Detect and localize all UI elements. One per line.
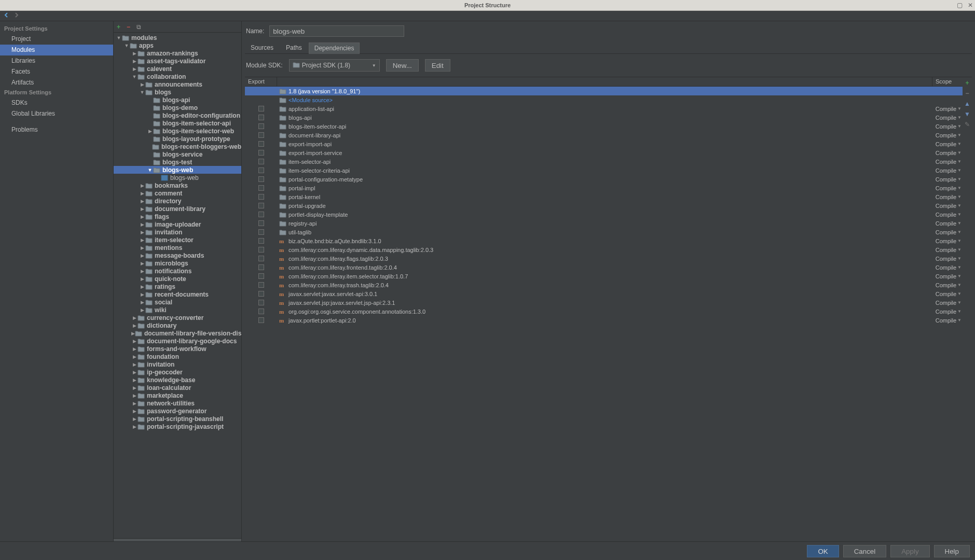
tree-node-blogs[interactable]: ▼blogs (114, 88, 241, 96)
scope-dropdown-icon[interactable]: ▼ (957, 291, 962, 296)
tree-arrow-icon[interactable]: ▶ (131, 339, 138, 344)
dependency-scope[interactable]: Compile (936, 309, 956, 315)
dependency-row[interactable]: util-taglibCompile▼ (245, 228, 963, 236)
module-sdk-select[interactable]: Project SDK (1.8) ▼ (289, 59, 380, 72)
nav-forward-icon[interactable] (13, 12, 20, 20)
dependency-row[interactable]: mjavax.servlet.jsp:javax.servlet.jsp-api… (245, 298, 963, 307)
export-checkbox[interactable] (258, 282, 264, 288)
tree-node-marketplace[interactable]: ▶marketplace (114, 391, 241, 399)
tree-arrow-icon[interactable]: ▶ (131, 51, 138, 56)
dependency-scope[interactable]: Compile (936, 220, 956, 227)
dependency-row[interactable]: mjavax.servlet:javax.servlet-api:3.0.1Co… (245, 289, 963, 298)
scope-dropdown-icon[interactable]: ▼ (957, 309, 962, 314)
tree-node-document-library-google-docs[interactable]: ▶document-library-google-docs (114, 337, 241, 345)
tree-arrow-icon[interactable]: ▶ (131, 323, 138, 328)
sidebar-item-sdks[interactable]: SDKs (0, 97, 113, 108)
export-checkbox[interactable] (258, 220, 264, 226)
dependency-scope[interactable]: Compile (936, 229, 956, 235)
dependency-scope[interactable]: Compile (936, 282, 956, 288)
export-checkbox[interactable] (258, 106, 264, 111)
export-checkbox[interactable] (258, 194, 264, 200)
copy-icon[interactable]: ⧉ (136, 23, 141, 31)
tree-arrow-icon[interactable]: ▼ (147, 167, 153, 173)
dependency-row[interactable]: mcom.liferay:com.liferay.flags.taglib:2.… (245, 254, 963, 263)
tree-node-mentions[interactable]: ▶mentions (114, 244, 241, 251)
tree-arrow-icon[interactable]: ▼ (139, 90, 145, 95)
dependency-scope[interactable]: Compile (936, 132, 956, 138)
scope-dropdown-icon[interactable]: ▼ (957, 230, 962, 234)
scope-dropdown-icon[interactable]: ▼ (957, 283, 962, 287)
tree-node-forms-and-workflow[interactable]: ▶forms-and-workflow (114, 345, 241, 353)
dependency-row[interactable]: portal-upgradeCompile▼ (245, 201, 963, 210)
remove-icon[interactable]: − (127, 23, 130, 31)
dependency-row[interactable]: portal-configuration-metatypeCompile▼ (245, 175, 963, 184)
export-checkbox[interactable] (258, 132, 264, 138)
dependency-row[interactable]: export-import-serviceCompile▼ (245, 148, 963, 157)
tree-node-amazon-rankings[interactable]: ▶amazon-rankings (114, 49, 241, 57)
dependency-row[interactable]: application-list-apiCompile▼ (245, 104, 963, 113)
tree-arrow-icon[interactable]: ▶ (131, 409, 138, 414)
export-checkbox[interactable] (258, 212, 264, 217)
tree-node-image-uploader[interactable]: ▶image-uploader (114, 220, 241, 228)
nav-back-icon[interactable] (3, 12, 9, 20)
dependency-scope[interactable]: Compile (936, 247, 956, 253)
dependency-row[interactable]: portal-kernelCompile▼ (245, 192, 963, 201)
scope-dropdown-icon[interactable]: ▼ (957, 239, 962, 243)
tree-arrow-icon[interactable]: ▶ (131, 377, 138, 383)
tree-node-recent-documents[interactable]: ▶recent-documents (114, 290, 241, 298)
export-checkbox[interactable] (258, 115, 264, 120)
tree-arrow-icon[interactable]: ▶ (131, 401, 138, 406)
tree-arrow-icon[interactable]: ▶ (131, 370, 138, 375)
sidebar-item-problems[interactable]: Problems (0, 124, 113, 135)
tree-arrow-icon[interactable]: ▶ (139, 237, 145, 243)
sidebar-item-project[interactable]: Project (0, 34, 113, 45)
tree-node-knowledge-base[interactable]: ▶knowledge-base (114, 376, 241, 384)
tree-node-social[interactable]: ▶social (114, 298, 241, 306)
scope-dropdown-icon[interactable]: ▼ (957, 221, 962, 226)
tree-node-collaboration[interactable]: ▼collaboration (114, 73, 241, 80)
scope-dropdown-icon[interactable]: ▼ (957, 247, 962, 252)
export-checkbox[interactable] (258, 247, 264, 253)
tree-node-blogs-service[interactable]: blogs-service (114, 150, 241, 158)
tree-node-comment[interactable]: ▶comment (114, 189, 241, 197)
export-checkbox[interactable] (258, 291, 264, 297)
dependency-scope[interactable]: Compile (936, 176, 956, 183)
sidebar-item-modules[interactable]: Modules (0, 45, 113, 55)
scope-dropdown-icon[interactable]: ▼ (957, 203, 962, 208)
tree-node-blogs-editor-configuration[interactable]: blogs-editor-configuration (114, 111, 241, 119)
scope-dropdown-icon[interactable]: ▼ (957, 159, 962, 164)
dependency-scope[interactable]: Compile (936, 300, 956, 306)
tree-node-wiki[interactable]: ▶wiki (114, 306, 241, 314)
tree-node-directory[interactable]: ▶directory (114, 197, 241, 205)
scope-dropdown-icon[interactable]: ▼ (957, 300, 962, 305)
tree-arrow-icon[interactable]: ▶ (139, 253, 145, 258)
dependency-row[interactable]: <Module source> (245, 95, 963, 104)
module-name-input[interactable] (269, 25, 404, 37)
export-checkbox[interactable] (258, 264, 264, 270)
tree-arrow-icon[interactable]: ▼ (123, 43, 130, 48)
tree-arrow-icon[interactable]: ▶ (139, 245, 145, 250)
tree-arrow-icon[interactable]: ▶ (131, 66, 138, 72)
tree-arrow-icon[interactable]: ▶ (139, 300, 145, 305)
tree-node-bookmarks[interactable]: ▶bookmarks (114, 181, 241, 189)
dependency-row[interactable]: item-selector-criteria-apiCompile▼ (245, 166, 963, 175)
tree-arrow-icon[interactable]: ▶ (131, 393, 138, 398)
scope-dropdown-icon[interactable]: ▼ (957, 124, 962, 129)
tree-arrow-icon[interactable]: ▶ (139, 307, 145, 313)
tree-node-blogs-api[interactable]: blogs-api (114, 96, 241, 104)
tree-node-announcements[interactable]: ▶announcements (114, 80, 241, 88)
dependency-row[interactable]: document-library-apiCompile▼ (245, 131, 963, 139)
tree-node-notifications[interactable]: ▶notifications (114, 267, 241, 275)
tree-node-flags[interactable]: ▶flags (114, 213, 241, 220)
dependency-scope[interactable]: Compile (936, 141, 956, 147)
tree-node-network-utilities[interactable]: ▶network-utilities (114, 399, 241, 407)
tab-sources[interactable]: Sources (245, 42, 279, 53)
tree-node-item-selector[interactable]: ▶item-selector (114, 236, 241, 244)
tree-node-loan-calculator[interactable]: ▶loan-calculator (114, 384, 241, 391)
sidebar-item-artifacts[interactable]: Artifacts (0, 77, 113, 88)
export-checkbox[interactable] (258, 176, 264, 182)
tree-node-blogs-demo[interactable]: blogs-demo (114, 104, 241, 111)
tree-arrow-icon[interactable]: ▶ (139, 292, 145, 297)
tree-arrow-icon[interactable]: ▶ (139, 269, 145, 274)
dependency-scope[interactable]: Compile (936, 203, 956, 209)
